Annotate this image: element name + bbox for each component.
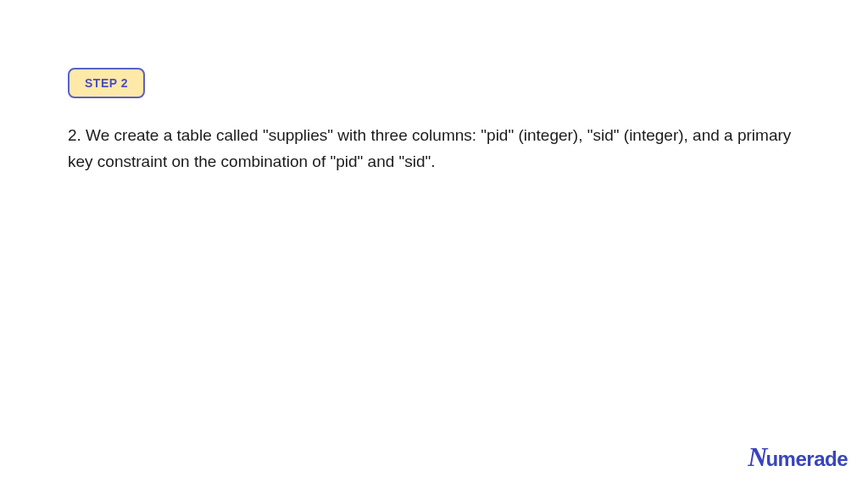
logo-script-letter: N <box>748 441 767 473</box>
numerade-logo: Numerade <box>748 441 848 473</box>
logo-wordmark: umerade <box>765 447 848 471</box>
step-badge: STEP 2 <box>68 68 145 98</box>
step-description: 2. We create a table called "supplies" w… <box>68 122 800 175</box>
